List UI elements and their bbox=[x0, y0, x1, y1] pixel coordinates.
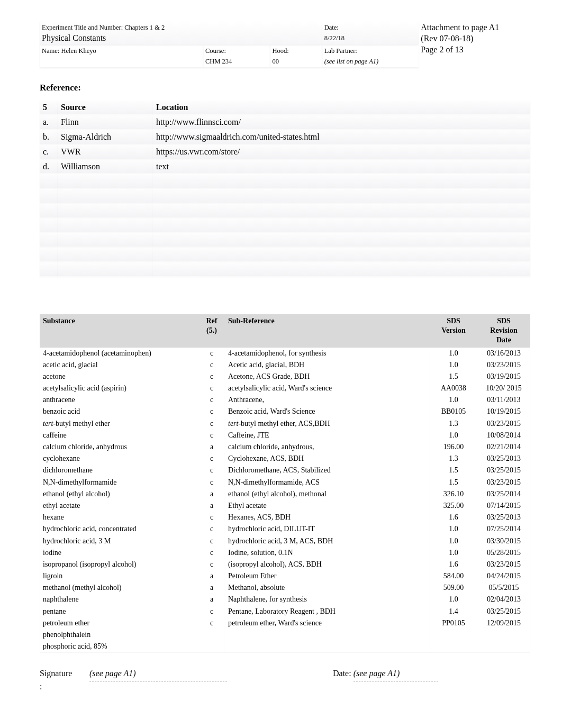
substance-subref: Caffeine, JTE bbox=[225, 430, 430, 441]
substance-name: calcium chloride, anhydrous bbox=[40, 441, 198, 453]
substance-ref: c bbox=[198, 418, 225, 430]
table-row: acetic acid, glacialcAcetic acid, glacia… bbox=[40, 359, 530, 371]
substance-name: phosphoric acid, 85% bbox=[40, 641, 198, 652]
source-location: https://us.vwr.com/store/ bbox=[153, 145, 530, 159]
substance-ver: 196.00 bbox=[430, 441, 477, 453]
sources-loc-head: Location bbox=[153, 101, 530, 115]
substance-subref: Dichloromethane, ACS, Stabilized bbox=[225, 465, 430, 476]
source-location: http://www.sigmaaldrich.com/united-state… bbox=[153, 130, 530, 144]
substance-subref: Methanol, absolute bbox=[225, 582, 430, 594]
substance-name: anthracene bbox=[40, 394, 198, 406]
signature-colon: : bbox=[40, 682, 42, 691]
substance-ver: 325.00 bbox=[430, 500, 477, 512]
attachment-box: Attachment to page A1 (Rev 07-08-18) Pag… bbox=[419, 21, 530, 67]
partner-value: (see list on page A1) bbox=[324, 58, 379, 65]
substance-date: 10/20/ 2015 bbox=[477, 383, 530, 394]
substance-ref: c bbox=[198, 606, 225, 617]
table-row: ethyl acetateaEthyl acetate325.0007/14/2… bbox=[40, 500, 530, 512]
substance-subref: ethanol (ethyl alcohol), methonal bbox=[225, 488, 430, 500]
substance-ver: 1.3 bbox=[430, 453, 477, 465]
table-row bbox=[40, 189, 530, 203]
substance-name: tert-butyl methyl ether bbox=[40, 418, 198, 430]
substance-name: N,N-dimethylformamide bbox=[40, 477, 198, 488]
table-row: ligroinaPetroleum Ether584.0004/24/2015 bbox=[40, 570, 530, 582]
substance-name: iodine bbox=[40, 547, 198, 559]
table-row bbox=[40, 262, 530, 277]
substance-date: 02/04/2013 bbox=[477, 594, 530, 605]
sources-num-head: 5 bbox=[40, 101, 58, 115]
table-row: hexanecHexanes, ACS, BDH1.603/25/2013 bbox=[40, 512, 530, 523]
substances-table: Substance Ref(5.) Sub-Reference SDSVersi… bbox=[40, 314, 530, 652]
substance-date: 03/23/2015 bbox=[477, 359, 530, 371]
substance-date: 03/25/2014 bbox=[477, 488, 530, 500]
substance-subref: Pentane, Laboratory Reagent , BDH bbox=[225, 606, 430, 617]
substance-name: hexane bbox=[40, 512, 198, 523]
experiment-title: Experiment Title and Number: Chapters 1 … bbox=[42, 24, 165, 31]
substance-subref: calcium chloride, anhydrous, bbox=[225, 441, 430, 453]
substance-date: 03/23/2015 bbox=[477, 418, 530, 430]
substance-date: 03/11/2013 bbox=[477, 394, 530, 406]
substance-ver: 1.0 bbox=[430, 523, 477, 535]
substance-ref: a bbox=[198, 570, 225, 582]
subs-head-subref: Sub-Reference bbox=[225, 314, 430, 348]
substance-date: 03/23/2015 bbox=[477, 477, 530, 488]
subs-head-ref: Ref(5.) bbox=[198, 314, 225, 348]
substance-name: acetic acid, glacial bbox=[40, 359, 198, 371]
table-row bbox=[40, 204, 530, 218]
source-num: d. bbox=[40, 160, 58, 174]
substance-name: 4-acetamidophenol (acetaminophen) bbox=[40, 348, 198, 359]
substance-ver: 1.0 bbox=[430, 594, 477, 605]
physical-constants: Physical Constants bbox=[42, 33, 106, 42]
substance-ver: 1.0 bbox=[430, 348, 477, 359]
footer-date-value: (see page A1) bbox=[353, 668, 438, 681]
table-row: acetylsalicylic acid (aspirin)cacetylsal… bbox=[40, 383, 530, 394]
table-row: cyclohexanecCyclohexane, ACS, BDH1.303/2… bbox=[40, 453, 530, 465]
substance-name: ligroin bbox=[40, 570, 198, 582]
substance-subref: N,N-dimethylformamide, ACS bbox=[225, 477, 430, 488]
substance-subref: Anthracene, bbox=[225, 394, 430, 406]
substance-ver bbox=[430, 629, 477, 641]
substance-ver: 584.00 bbox=[430, 570, 477, 582]
substance-ref: c bbox=[198, 477, 225, 488]
substance-ref: a bbox=[198, 500, 225, 512]
substance-date: 07/14/2015 bbox=[477, 500, 530, 512]
substance-date: 07/25/2014 bbox=[477, 523, 530, 535]
name-line: Name: Helen Kheyo bbox=[42, 47, 96, 54]
substance-name: benzoic acid bbox=[40, 406, 198, 417]
substance-date: 05/28/2015 bbox=[477, 547, 530, 559]
substance-name: pentane bbox=[40, 606, 198, 617]
table-row: dichloromethanecDichloromethane, ACS, St… bbox=[40, 465, 530, 476]
date-label: Date: bbox=[324, 24, 339, 31]
substance-subref: (isopropyl alcohol), ACS, BDH bbox=[225, 559, 430, 570]
partner-label: Lab Partner: bbox=[324, 47, 357, 54]
substance-ref: a bbox=[198, 594, 225, 605]
substance-date: 04/24/2015 bbox=[477, 570, 530, 582]
subs-head-substance: Substance bbox=[40, 314, 198, 348]
substance-name: hydrochloric acid, concentrated bbox=[40, 523, 198, 535]
substance-name: acetone bbox=[40, 371, 198, 383]
footer: Signature (see page A1) : Date: (see pag… bbox=[40, 668, 530, 693]
table-row: ethanol (ethyl alcohol)aethanol (ethyl a… bbox=[40, 488, 530, 500]
substance-subref: tert-butyl methyl ether, ACS,BDH bbox=[225, 418, 430, 430]
substance-date: 05/5/2015 bbox=[477, 582, 530, 594]
substance-name: caffeine bbox=[40, 430, 198, 441]
table-row bbox=[40, 174, 530, 188]
table-row: pentanecPentane, Laboratory Reagent , BD… bbox=[40, 606, 530, 617]
substance-subref: Iodine, solution, 0.1N bbox=[225, 547, 430, 559]
source-name: Sigma-Aldrich bbox=[58, 130, 153, 144]
source-num: b. bbox=[40, 130, 58, 144]
source-num: a. bbox=[40, 115, 58, 130]
table-row: methanol (methyl alcohol)aMethanol, abso… bbox=[40, 582, 530, 594]
substance-ver: 326.10 bbox=[430, 488, 477, 500]
substance-ref: a bbox=[198, 582, 225, 594]
rev-text: (Rev 07-08-18) bbox=[421, 33, 528, 44]
substance-ver: 1.6 bbox=[430, 512, 477, 523]
source-location: text bbox=[153, 160, 530, 174]
substance-date: 03/25/2015 bbox=[477, 465, 530, 476]
substance-name: ethyl acetate bbox=[40, 500, 198, 512]
substance-ver: BB0105 bbox=[430, 406, 477, 417]
substance-date: 03/25/2013 bbox=[477, 453, 530, 465]
table-row: isopropanol (isopropyl alcohol)c (isopro… bbox=[40, 559, 530, 570]
table-row: benzoic acidcBenzoic acid, Ward's Scienc… bbox=[40, 406, 530, 417]
substance-ver: 1.0 bbox=[430, 394, 477, 406]
